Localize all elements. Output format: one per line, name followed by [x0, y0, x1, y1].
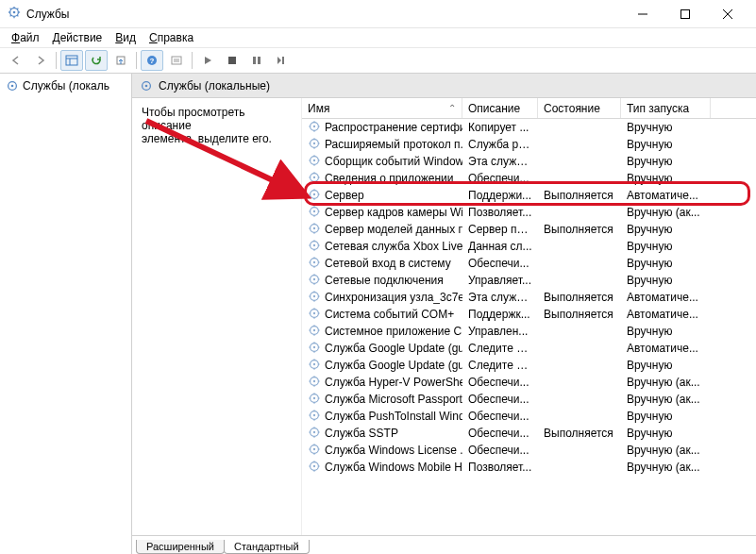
- service-row[interactable]: Сведения о приложенииОбеспечи...Вручную: [302, 170, 756, 187]
- service-name-cell: Служба Windows License ...: [302, 443, 462, 459]
- service-start-cell: Вручную: [621, 257, 711, 270]
- service-row[interactable]: Служба Windows Mobile H...Позволяет...Вр…: [302, 459, 756, 476]
- svg-line-8: [10, 15, 11, 16]
- service-row[interactable]: Служба Google Update (gu...Следите за...…: [302, 357, 756, 374]
- service-row[interactable]: Служба Google Update (gu...Следите за...…: [302, 340, 756, 357]
- service-start-cell: Вручную (ак...: [621, 444, 711, 457]
- show-hide-tree-button[interactable]: [60, 50, 83, 71]
- service-start-cell: Вручную: [621, 427, 711, 440]
- toolbar: ?: [0, 47, 756, 74]
- service-state-cell: Выполняется: [538, 427, 621, 440]
- svg-point-122: [313, 379, 315, 381]
- service-row[interactable]: Служба SSTPОбеспечи...ВыполняетсяВручную: [302, 425, 756, 442]
- properties-button[interactable]: [165, 50, 188, 71]
- stop-service-button[interactable]: [221, 50, 244, 71]
- maximize-button[interactable]: [664, 0, 706, 28]
- service-row[interactable]: Сервер кадров камеры Wi...Позволяет...Вр…: [302, 204, 756, 221]
- service-row[interactable]: Служба Microsoft PassportОбеспечи...Вруч…: [302, 391, 756, 408]
- col-header-state[interactable]: Состояние: [538, 98, 621, 118]
- service-row[interactable]: Служба PushToInstall Wind...Обеспечи...В…: [302, 408, 756, 425]
- service-state-cell: Выполняется: [538, 291, 621, 304]
- pause-service-button[interactable]: [245, 50, 268, 71]
- restart-service-button[interactable]: [270, 50, 293, 71]
- service-desc-cell: Обеспечи...: [462, 410, 538, 423]
- service-start-cell: Вручную: [621, 223, 711, 236]
- svg-point-62: [313, 210, 315, 211]
- service-start-cell: Вручную: [621, 325, 711, 338]
- menu-file[interactable]: Файл: [6, 29, 45, 46]
- gear-icon: [308, 307, 321, 323]
- service-row[interactable]: Синхронизация узла_3c7e3Эта служб...Выпо…: [302, 289, 756, 306]
- service-desc-cell: Обеспечи...: [462, 444, 538, 457]
- tab-standard[interactable]: Стандартный: [224, 540, 310, 554]
- tree-panel: Службы (локаль: [0, 74, 132, 554]
- svg-point-98: [313, 311, 315, 313]
- service-desc-cell: Управлен...: [462, 325, 538, 338]
- service-row[interactable]: Расширяемый протокол п...Служба ра...Вру…: [302, 136, 756, 153]
- col-header-desc[interactable]: Описание: [462, 98, 538, 118]
- tab-extended[interactable]: Расширенный: [136, 540, 225, 554]
- service-name-cell: Сервер: [302, 188, 462, 204]
- window-title: Службы: [26, 8, 621, 21]
- service-start-cell: Вручную: [621, 121, 711, 134]
- refresh-button[interactable]: [85, 50, 108, 71]
- menu-help[interactable]: Справка: [143, 29, 199, 46]
- svg-point-110: [313, 345, 315, 347]
- service-desc-cell: Обеспечи...: [462, 172, 538, 185]
- svg-rect-25: [258, 57, 260, 64]
- service-state-cell: Выполняется: [538, 308, 621, 321]
- service-name-cell: Служба PushToInstall Wind...: [302, 409, 462, 425]
- gear-icon: [308, 273, 321, 289]
- svg-line-6: [10, 8, 11, 9]
- gear-icon: [308, 137, 321, 153]
- svg-point-38: [313, 142, 315, 143]
- svg-rect-23: [228, 57, 236, 64]
- service-row[interactable]: Сетевые подключенияУправляет...Вручную: [302, 272, 756, 289]
- service-row[interactable]: Система событий COM+Поддержк...Выполняет…: [302, 306, 756, 323]
- tree-root-services[interactable]: Службы (локаль: [0, 77, 131, 94]
- service-row[interactable]: Сетевой вход в системуОбеспечи...Вручную: [302, 255, 756, 272]
- app-icon: [8, 6, 21, 22]
- minimize-button[interactable]: [621, 0, 664, 28]
- service-desc-cell: Эта служб...: [462, 291, 538, 304]
- help-button[interactable]: ?: [141, 50, 163, 71]
- service-desc-cell: Обеспечи...: [462, 376, 538, 389]
- svg-line-9: [17, 8, 18, 9]
- service-desc-cell: Сервер пл...: [462, 223, 538, 236]
- svg-point-152: [313, 464, 315, 466]
- service-name-cell: Сервер моделей данных п...: [302, 222, 462, 238]
- forward-button[interactable]: [29, 50, 52, 71]
- service-desc-cell: Копирует ...: [462, 121, 538, 134]
- close-button[interactable]: [706, 0, 748, 28]
- svg-point-80: [313, 260, 315, 262]
- desc-line2: элемента, выделите его.: [142, 132, 292, 145]
- service-row[interactable]: Сборщик событий WindowsЭта служб...Вручн…: [302, 153, 756, 170]
- export-button[interactable]: [109, 50, 132, 71]
- service-row[interactable]: Служба Windows License ...Обеспечи...Вру…: [302, 442, 756, 459]
- service-start-cell: Автоматиче...: [621, 189, 711, 202]
- start-service-button[interactable]: [196, 50, 219, 71]
- service-row[interactable]: Сервер моделей данных п...Сервер пл...Вы…: [302, 221, 756, 238]
- service-row[interactable]: Сетевая служба Xbox LiveДанная сл...Вруч…: [302, 238, 756, 255]
- service-desc-cell: Эта служб...: [462, 155, 538, 168]
- menu-action[interactable]: Действие: [47, 29, 109, 46]
- service-name-cell: Сведения о приложении: [302, 171, 462, 187]
- service-row[interactable]: Распространение сертифи...Копирует ...Вр…: [302, 119, 756, 136]
- service-name-cell: Служба Windows Mobile H...: [302, 460, 462, 476]
- service-name-cell: Сервер кадров камеры Wi...: [302, 205, 462, 221]
- svg-point-146: [313, 447, 315, 449]
- service-start-cell: Вручную: [621, 274, 711, 287]
- service-desc-cell: Следите за...: [462, 359, 538, 372]
- service-desc-cell: Обеспечи...: [462, 427, 538, 440]
- col-header-name[interactable]: Имя: [302, 98, 462, 118]
- service-name-cell: Сетевая служба Xbox Live: [302, 239, 462, 255]
- service-name-cell: Служба Microsoft Passport: [302, 392, 462, 408]
- service-row[interactable]: Служба Hyper-V PowerShe...Обеспечи...Вру…: [302, 374, 756, 391]
- gear-icon: [308, 443, 321, 459]
- menu-view[interactable]: Вид: [109, 29, 142, 46]
- service-row[interactable]: СерверПоддержи...ВыполняетсяАвтоматиче..…: [302, 187, 756, 204]
- back-button[interactable]: [5, 50, 27, 71]
- service-row[interactable]: Системное приложение C...Управлен...Вруч…: [302, 323, 756, 340]
- svg-point-140: [313, 430, 315, 432]
- col-header-start[interactable]: Тип запуска: [621, 98, 711, 118]
